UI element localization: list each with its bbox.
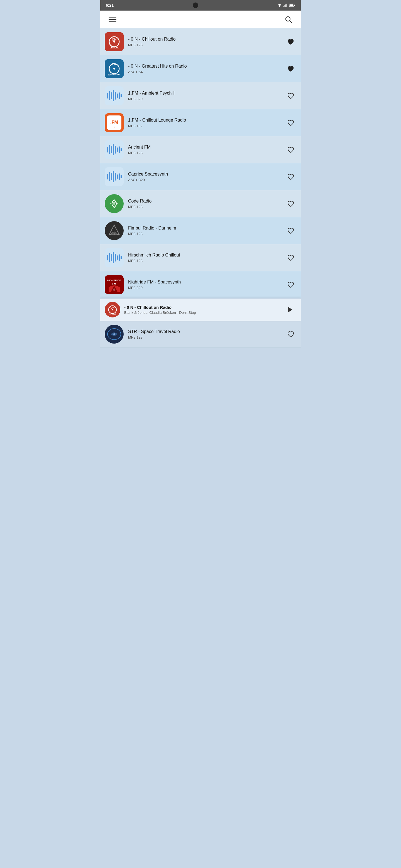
signal-icon	[284, 4, 287, 7]
favorite-button[interactable]	[285, 198, 296, 209]
station-name: 1.FM - Chillout Lounge Radio	[128, 118, 285, 123]
svg-point-58	[114, 234, 115, 235]
svg-rect-31	[121, 94, 122, 97]
station-item[interactable]: NIGHTRIDE FM Nightride FM - Spacesynth M…	[100, 271, 301, 298]
favorite-button[interactable]	[285, 252, 296, 263]
station-item[interactable]: STR - Space Travel Radio MP3:128	[100, 321, 301, 348]
now-playing-track: Blank & Jones, Claudia Brücken - Don't S…	[124, 310, 283, 315]
station-name: Ancient FM	[128, 145, 285, 150]
station-name: 1.FM - Ambient Psychill	[128, 91, 285, 96]
svg-text:NIGHTRIDE: NIGHTRIDE	[107, 279, 121, 282]
svg-rect-48	[111, 173, 112, 180]
station-logo	[105, 221, 124, 240]
station-logo: .FM 1	[105, 113, 124, 132]
station-info: Ancient FM MP3:128	[128, 145, 285, 155]
station-logo	[105, 194, 124, 213]
menu-button[interactable]	[107, 14, 118, 25]
svg-marker-77	[288, 307, 292, 312]
svg-rect-41	[115, 146, 116, 154]
station-list: chillout ON - 0 N - Chillout on Radio MP…	[100, 28, 301, 298]
station-item[interactable]: Ancient FM MP3:128	[100, 136, 301, 163]
svg-rect-50	[115, 173, 116, 181]
station-item[interactable]: Hirschmilch Radio Chillout MP3:128	[100, 244, 301, 271]
station-info: Code Radio MP3:128	[128, 199, 285, 209]
svg-rect-52	[119, 173, 120, 180]
station-info: Fimbul Radio - Danheim MP3:128	[128, 226, 285, 236]
search-button[interactable]	[283, 14, 294, 25]
station-item[interactable]: .FM 1 1.FM - Chillout Lounge Radio MP3:1…	[100, 109, 301, 136]
station-quality: AAC+:320	[128, 178, 285, 182]
svg-rect-29	[117, 93, 118, 98]
top-bar	[100, 10, 301, 28]
station-info: - 0 N - Chillout on Radio MP3:128	[128, 37, 285, 47]
now-playing-bar[interactable]: ON chillout - 0 N - Chillout on Radio Bl…	[100, 298, 301, 321]
favorite-button[interactable]	[285, 90, 296, 101]
favorite-button[interactable]	[285, 36, 296, 47]
station-name: Fimbul Radio - Danheim	[128, 226, 285, 230]
svg-point-55	[113, 203, 115, 205]
station-name: - 0 N - Chillout on Radio	[128, 37, 285, 42]
svg-rect-3	[285, 4, 286, 7]
svg-point-0	[279, 6, 280, 7]
heart-icon	[287, 119, 295, 127]
svg-text:.FM: .FM	[110, 120, 118, 125]
svg-rect-51	[117, 175, 118, 179]
station-quality: MP3:320	[128, 97, 285, 101]
station-name: STR - Space Travel Radio	[128, 329, 285, 334]
svg-rect-46	[107, 174, 108, 180]
favorite-button[interactable]	[285, 329, 296, 340]
svg-rect-37	[107, 147, 108, 152]
svg-rect-43	[119, 146, 120, 153]
heart-icon	[287, 146, 295, 154]
svg-rect-64	[115, 254, 116, 261]
station-name: Caprice Spacesynth	[128, 172, 285, 177]
svg-rect-4	[287, 4, 287, 7]
station-quality: MP3:128	[128, 335, 285, 339]
station-logo: NIGHTRIDE FM	[105, 275, 124, 294]
search-icon	[285, 16, 292, 23]
now-playing-info: - 0 N - Chillout on Radio Blank & Jones,…	[124, 305, 283, 315]
favorite-button[interactable]	[285, 144, 296, 155]
station-item[interactable]: 1.FM - Ambient Psychill MP3:320	[100, 82, 301, 109]
svg-rect-53	[121, 175, 122, 178]
svg-text:chillout: chillout	[109, 313, 116, 315]
station-quality: MP3:192	[128, 124, 285, 128]
station-item[interactable]: chillout ON - 0 N - Chillout on Radio MP…	[100, 28, 301, 55]
station-info: Hirschmilch Radio Chillout MP3:128	[128, 253, 285, 263]
station-quality: AAC+:64	[128, 70, 285, 74]
station-name: Nightride FM - Spacesynth	[128, 280, 285, 285]
svg-rect-1	[284, 6, 284, 7]
station-quality: MP3:128	[128, 232, 285, 236]
svg-rect-39	[111, 146, 112, 153]
station-logo	[105, 167, 124, 186]
favorite-button[interactable]	[285, 279, 296, 290]
station-item[interactable]: ON greatest hits - 0 N - Greatest Hits o…	[100, 55, 301, 82]
station-item[interactable]: Code Radio MP3:128	[100, 190, 301, 217]
svg-rect-28	[115, 92, 116, 100]
svg-rect-38	[109, 145, 110, 154]
status-bar: 6:21	[100, 0, 301, 10]
svg-rect-63	[113, 252, 114, 263]
favorite-button[interactable]	[285, 171, 296, 182]
station-item[interactable]: Caprice Spacesynth AAC+:320	[100, 163, 301, 190]
favorite-button[interactable]	[285, 117, 296, 128]
svg-point-20	[113, 68, 115, 69]
now-playing-station: - 0 N - Chillout on Radio	[124, 305, 283, 310]
svg-point-74	[112, 309, 113, 310]
favorite-button[interactable]	[285, 63, 296, 74]
svg-line-12	[290, 21, 292, 23]
station-quality: MP3:320	[128, 286, 285, 290]
svg-rect-25	[109, 91, 110, 100]
heart-icon	[287, 227, 295, 235]
svg-rect-26	[111, 92, 112, 99]
station-item[interactable]: Fimbul Radio - Danheim MP3:128	[100, 217, 301, 244]
heart-icon	[287, 173, 295, 181]
status-icons	[277, 4, 295, 7]
svg-rect-30	[119, 92, 120, 99]
play-button[interactable]	[283, 303, 296, 316]
favorite-button[interactable]	[285, 225, 296, 236]
station-info: 1.FM - Ambient Psychill MP3:320	[128, 91, 285, 101]
station-logo	[105, 140, 124, 159]
svg-rect-40	[113, 144, 114, 155]
station-logo: chillout ON	[105, 32, 124, 51]
